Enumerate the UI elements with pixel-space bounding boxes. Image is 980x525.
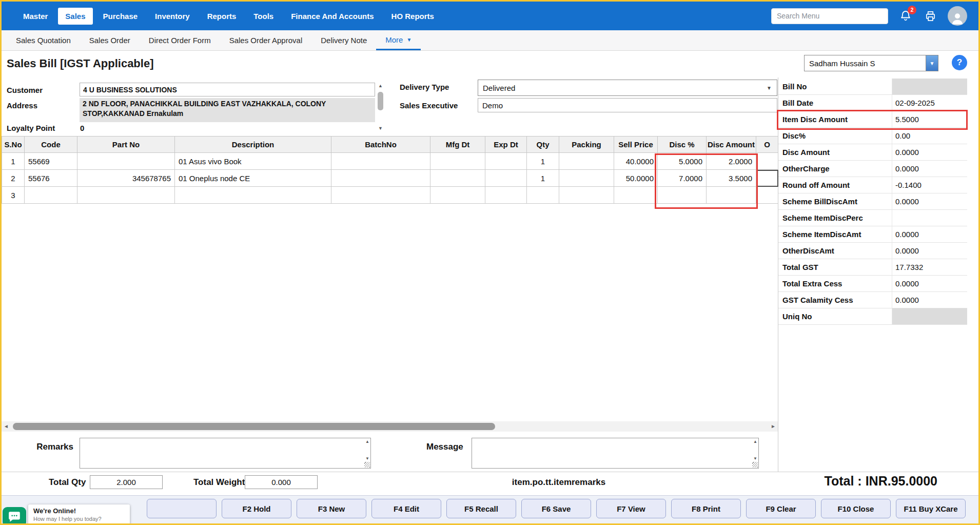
print-button[interactable] bbox=[923, 9, 937, 23]
cell-disc-pct[interactable]: 7.0000 bbox=[658, 170, 707, 187]
button-f3-new[interactable]: F3 New bbox=[297, 499, 366, 518]
total-qty-input[interactable] bbox=[90, 475, 163, 489]
address-scrollbar[interactable]: ▲ ▼ bbox=[377, 83, 384, 132]
summary-value[interactable]: 0.0000 bbox=[892, 161, 967, 177]
resize-handle[interactable] bbox=[752, 462, 758, 468]
cell-code[interactable]: 55676 bbox=[25, 170, 77, 187]
button-f5-recall[interactable]: F5 Recall bbox=[446, 499, 516, 518]
user-avatar[interactable] bbox=[948, 6, 967, 26]
summary-value[interactable]: 0.0000 bbox=[892, 144, 967, 160]
cell-qty[interactable]: 1 bbox=[527, 170, 559, 187]
cell-othercharge[interactable] bbox=[756, 170, 778, 187]
summary-value[interactable] bbox=[892, 308, 967, 324]
address-textarea[interactable]: 2 ND FLOOR, PANACHIKKAL BUILDING EAST VA… bbox=[80, 98, 375, 122]
scrollbar-thumb[interactable] bbox=[378, 92, 383, 110]
delivery-type-select[interactable]: Delivered ▼ bbox=[478, 80, 777, 96]
customer-input[interactable] bbox=[80, 83, 375, 96]
cell-sell-price[interactable]: 50.0000 bbox=[614, 170, 658, 187]
tab-sales-quotation[interactable]: Sales Quotation bbox=[7, 30, 80, 50]
cell-disc-amount[interactable] bbox=[707, 187, 756, 204]
button-f9-clear[interactable]: F9 Clear bbox=[746, 499, 816, 518]
cell-code[interactable]: 55669 bbox=[25, 153, 77, 170]
scroll-up-icon[interactable]: ▲ bbox=[365, 439, 369, 444]
button-f8-print[interactable]: F8 Print bbox=[671, 499, 741, 518]
cell-mfg[interactable] bbox=[430, 153, 485, 170]
tab-sales-order-approval[interactable]: Sales Order Approval bbox=[220, 30, 312, 50]
cell-packing[interactable] bbox=[559, 170, 614, 187]
cell-part[interactable]: 345678765 bbox=[77, 170, 175, 187]
resize-handle[interactable] bbox=[364, 462, 370, 468]
summary-value[interactable]: 17.7332 bbox=[892, 259, 967, 275]
cell-mfg[interactable] bbox=[430, 170, 485, 187]
cell-code[interactable] bbox=[25, 187, 77, 204]
cell-sno[interactable]: 2 bbox=[2, 170, 25, 187]
summary-value[interactable]: -0.1400 bbox=[892, 177, 967, 193]
cell-part[interactable] bbox=[77, 187, 175, 204]
scroll-left-icon[interactable]: ◄ bbox=[2, 421, 11, 432]
button-f2-hold[interactable]: F2 Hold bbox=[222, 499, 291, 518]
cell-packing[interactable] bbox=[559, 187, 614, 204]
button-f10-close[interactable]: F10 Close bbox=[821, 499, 891, 518]
button-f4-edit[interactable]: F4 Edit bbox=[371, 499, 441, 518]
nav-item-master[interactable]: Master bbox=[16, 8, 55, 25]
scroll-down-icon[interactable]: ▼ bbox=[753, 456, 757, 461]
summary-value[interactable]: 0.0000 bbox=[892, 193, 967, 209]
nav-item-ho-reports[interactable]: HO Reports bbox=[384, 8, 441, 25]
cell-exp[interactable] bbox=[485, 153, 527, 170]
message-textarea[interactable] bbox=[472, 438, 759, 469]
cell-sno[interactable]: 1 bbox=[2, 153, 25, 170]
nav-item-purchase[interactable]: Purchase bbox=[96, 8, 145, 25]
cell-othercharge[interactable] bbox=[756, 153, 778, 170]
cell-othercharge[interactable] bbox=[756, 187, 778, 204]
button-f6-save[interactable]: F6 Save bbox=[521, 499, 591, 518]
button-f1-empty[interactable] bbox=[147, 499, 217, 518]
summary-value[interactable]: 0.0000 bbox=[892, 243, 967, 259]
nav-item-sales[interactable]: Sales bbox=[58, 8, 92, 25]
cell-exp[interactable] bbox=[485, 170, 527, 187]
chat-status-card[interactable]: We're Online! How may I help you today? bbox=[28, 504, 130, 525]
cell-disc-pct[interactable] bbox=[658, 187, 707, 204]
summary-value[interactable] bbox=[892, 210, 967, 226]
summary-value[interactable]: 0.0000 bbox=[892, 226, 967, 242]
cell-description[interactable]: 01 Asus vivo Book bbox=[175, 153, 331, 170]
scroll-up-icon[interactable]: ▲ bbox=[753, 439, 757, 444]
cell-sell-price[interactable]: 40.0000 bbox=[614, 153, 658, 170]
tab-delivery-note[interactable]: Delivery Note bbox=[311, 30, 376, 50]
summary-value[interactable]: 02-09-2025 bbox=[892, 95, 967, 111]
cell-disc-amount[interactable]: 2.0000 bbox=[707, 153, 756, 170]
nav-item-inventory[interactable]: Inventory bbox=[148, 8, 197, 25]
tab-direct-order-form[interactable]: Direct Order Form bbox=[140, 30, 220, 50]
tab-sales-order[interactable]: Sales Order bbox=[80, 30, 140, 50]
summary-value[interactable]: 5.5000 bbox=[892, 111, 967, 127]
remarks-textarea[interactable] bbox=[80, 438, 371, 469]
cell-mfg[interactable] bbox=[430, 187, 485, 204]
cell-qty[interactable] bbox=[527, 187, 559, 204]
cell-packing[interactable] bbox=[559, 153, 614, 170]
button-f7-view[interactable]: F7 View bbox=[596, 499, 666, 518]
sales-executive-input[interactable] bbox=[478, 98, 777, 112]
scroll-down-icon[interactable]: ▼ bbox=[377, 125, 384, 132]
notifications-button[interactable]: 2 bbox=[898, 9, 913, 23]
search-menu-input[interactable] bbox=[771, 8, 888, 24]
cell-description[interactable] bbox=[175, 187, 331, 204]
cell-batch[interactable] bbox=[331, 170, 430, 187]
scroll-down-icon[interactable]: ▼ bbox=[365, 456, 369, 461]
tab-more[interactable]: More ▼ bbox=[376, 30, 421, 50]
salesman-select[interactable]: Sadham Hussain S ▼ bbox=[804, 55, 938, 71]
nav-item-tools[interactable]: Tools bbox=[246, 8, 281, 25]
cell-batch[interactable] bbox=[331, 187, 430, 204]
button-f11-buy-xcare[interactable]: F11 Buy XCare bbox=[896, 499, 966, 518]
cell-sell-price[interactable] bbox=[614, 187, 658, 204]
summary-value[interactable]: 0.0000 bbox=[892, 292, 967, 308]
scrollbar-thumb[interactable] bbox=[13, 423, 495, 430]
chat-launcher-button[interactable] bbox=[3, 507, 26, 525]
cell-qty[interactable]: 1 bbox=[527, 153, 559, 170]
help-button[interactable]: ? bbox=[952, 55, 967, 70]
scroll-up-icon[interactable]: ▲ bbox=[377, 83, 384, 89]
summary-value[interactable]: 0.0000 bbox=[892, 276, 967, 291]
cell-batch[interactable] bbox=[331, 153, 430, 170]
nav-item-reports[interactable]: Reports bbox=[200, 8, 244, 25]
summary-value[interactable] bbox=[892, 79, 967, 94]
total-weight-input[interactable] bbox=[245, 475, 318, 489]
cell-disc-pct[interactable]: 5.0000 bbox=[658, 153, 707, 170]
